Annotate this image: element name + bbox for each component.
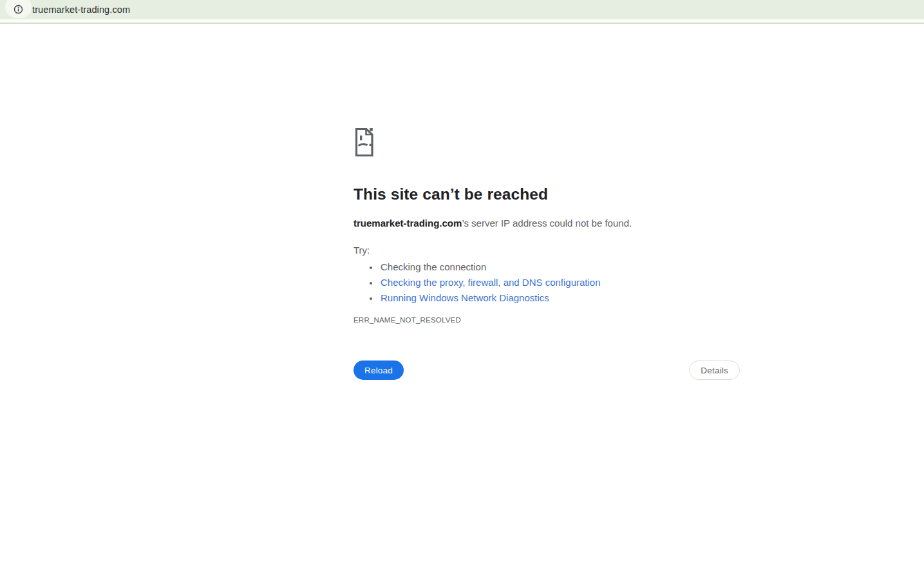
error-message: truemarket-trading.com’s server IP addre… [354,217,740,230]
error-message-rest: ’s server IP address could not be found. [462,218,632,229]
reload-button[interactable]: Reload [354,361,404,380]
page-title: This site can’t be reached [354,185,740,204]
try-label: Try: [354,244,740,256]
url-text[interactable]: truemarket-trading.com [32,0,130,19]
suggestion-text: Checking the connection [381,261,486,272]
info-icon[interactable] [14,5,23,14]
proxy-firewall-dns-link[interactable]: Checking the proxy, firewall, and DNS co… [381,277,601,288]
error-code: ERR_NAME_NOT_RESOLVED [354,315,740,324]
list-item-checking-connection: Checking the connection [379,259,740,275]
list-item-proxy-firewall-dns: Checking the proxy, firewall, and DNS co… [379,275,740,290]
error-page-content: This site can’t be reached truemarket-tr… [354,127,740,380]
suggestion-list: Checking the connection Checking the pro… [354,259,740,306]
error-domain: truemarket-trading.com [354,218,462,229]
list-item-network-diagnostics: Running Windows Network Diagnostics [379,290,740,306]
details-button[interactable]: Details [689,361,740,380]
button-row: Reload Details [354,361,740,380]
sad-file-icon [354,127,375,158]
toolbar-lower-strip [0,19,924,24]
windows-network-diagnostics-link[interactable]: Running Windows Network Diagnostics [381,292,549,303]
browser-address-bar[interactable]: truemarket-trading.com [0,0,924,19]
